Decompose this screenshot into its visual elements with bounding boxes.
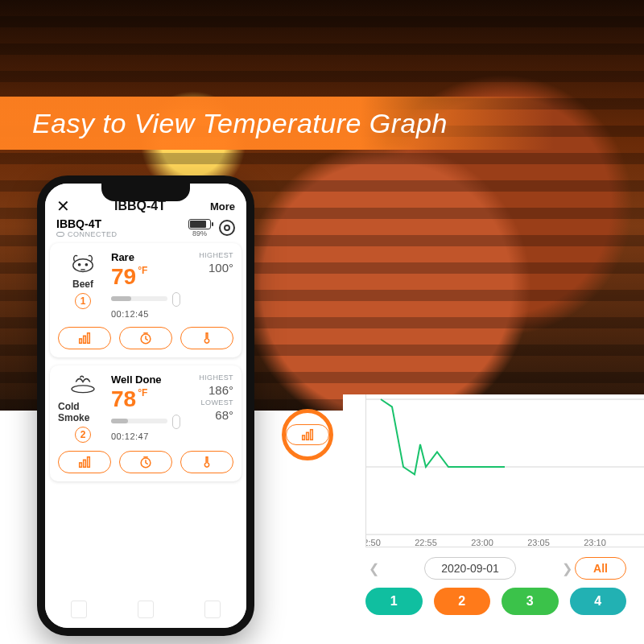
highest-value: 100° xyxy=(208,261,233,275)
svg-rect-5 xyxy=(88,333,90,344)
link-icon xyxy=(56,232,64,237)
gear-icon[interactable] xyxy=(219,220,235,236)
svg-rect-3 xyxy=(80,339,82,343)
doneness-label: Well Done xyxy=(111,374,184,386)
probe-card: Beef 1 Rare 79°F 00:12 xyxy=(50,243,242,357)
chevron-left-icon[interactable]: ❮ xyxy=(365,561,382,576)
temperature-button[interactable] xyxy=(180,451,233,473)
probe-filter-4[interactable]: 4 xyxy=(570,588,627,615)
more-button[interactable]: More xyxy=(210,200,235,213)
svg-point-7 xyxy=(72,386,94,393)
current-temp: 78°F xyxy=(111,388,184,411)
hero-title: Easy to View Temperature Graph xyxy=(32,108,448,139)
graph-button[interactable] xyxy=(58,451,111,473)
phone-mockup: ✕ IBBQ-4T More IBBQ-4T CONNECTED 89% xyxy=(37,175,254,636)
graph-button[interactable] xyxy=(286,424,329,445)
timer-button[interactable] xyxy=(119,451,172,473)
svg-rect-10 xyxy=(88,457,90,468)
svg-text:23:05: 23:05 xyxy=(527,538,550,547)
svg-rect-12 xyxy=(303,436,305,440)
svg-text:22:55: 22:55 xyxy=(415,538,437,547)
graph-button-callout xyxy=(282,409,333,460)
beef-icon xyxy=(66,251,100,275)
hero-banner: Easy to View Temperature Graph xyxy=(0,97,644,150)
svg-rect-13 xyxy=(307,432,309,440)
probe-badge: 2 xyxy=(75,427,91,443)
svg-rect-14 xyxy=(311,430,313,440)
probe-badge: 1 xyxy=(75,293,91,309)
highest-label: HIGHEST xyxy=(199,374,233,382)
probe-filter-1[interactable]: 1 xyxy=(365,588,423,615)
lowest-value: 68° xyxy=(215,408,233,422)
timer-button[interactable] xyxy=(119,327,172,349)
svg-text:23:10: 23:10 xyxy=(584,538,606,547)
svg-rect-4 xyxy=(84,336,86,343)
lowest-label: LOWEST xyxy=(201,398,233,407)
battery-indicator: 89% xyxy=(188,219,211,237)
highest-label: HIGHEST xyxy=(199,251,233,259)
current-temp: 79°F xyxy=(111,266,184,288)
thermometer-icon xyxy=(172,415,180,429)
chart-panel: 22.031.040.0 22:5022:5523:0023:0523:1023… xyxy=(343,394,644,644)
probe-filter-2[interactable]: 2 xyxy=(434,588,491,615)
food-label: Beef xyxy=(72,279,93,290)
graph-button[interactable] xyxy=(58,327,111,349)
phone-notch xyxy=(101,184,190,201)
svg-rect-9 xyxy=(84,460,86,467)
progress-bar xyxy=(111,419,167,423)
connection-status: CONNECTED xyxy=(56,230,118,238)
close-icon[interactable]: ✕ xyxy=(56,196,70,216)
highest-value: 186° xyxy=(208,383,233,397)
probe-filter-3[interactable]: 3 xyxy=(502,588,559,615)
food-label: Cold Smoke xyxy=(58,401,108,423)
temperature-button[interactable] xyxy=(180,327,233,349)
probe-card: Cold Smoke 2 Well Done 78°F xyxy=(50,365,242,481)
elapsed-time: 00:12:47 xyxy=(111,431,184,441)
svg-point-2 xyxy=(85,264,87,266)
elapsed-time: 00:12:45 xyxy=(111,309,184,319)
doneness-label: Rare xyxy=(111,251,184,263)
date-picker[interactable]: 2020-09-01 xyxy=(424,557,516,580)
cold-smoke-icon xyxy=(66,374,100,398)
svg-text:23:00: 23:00 xyxy=(471,538,493,547)
temperature-chart[interactable]: 22.031.040.0 22:5022:5523:0023:0523:1023 xyxy=(365,394,644,547)
svg-point-1 xyxy=(78,264,80,266)
svg-rect-8 xyxy=(80,463,82,467)
progress-bar xyxy=(111,296,167,301)
all-button[interactable]: All xyxy=(575,557,626,580)
bottom-nav xyxy=(45,601,246,625)
svg-text:22:50: 22:50 xyxy=(366,538,381,547)
chevron-right-icon[interactable]: ❯ xyxy=(559,561,575,576)
device-name: IBBQ-4T xyxy=(56,217,118,230)
thermometer-icon xyxy=(172,292,180,307)
